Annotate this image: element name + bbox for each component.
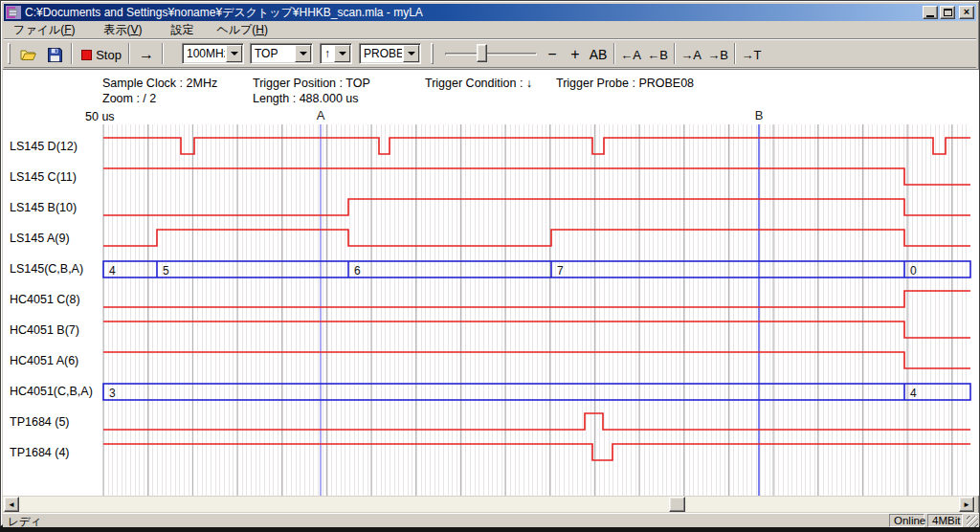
save-button[interactable] (42, 43, 67, 66)
chevron-down-icon[interactable] (226, 45, 242, 62)
close-icon: × (964, 7, 969, 17)
slider-track (445, 53, 537, 55)
waveform-trace (103, 444, 970, 460)
menu-file[interactable]: ファイル(F) (6, 21, 82, 40)
desktop: { "titlebar": { "title": "C:¥Documents a… (0, 0, 980, 532)
bus-value: 4 (910, 387, 917, 400)
cursor-a-label: A (317, 108, 325, 122)
trigger-probe-value: PROBE00 (360, 47, 402, 60)
trigger-edge-combo[interactable]: ↑ (320, 43, 352, 64)
app-window: C:¥Documents and Settings¥noname¥デスクトップ¥… (0, 0, 980, 526)
toolbar-separator (613, 43, 615, 64)
status-ready-text: レディ (8, 515, 41, 529)
chevron-down-icon[interactable] (334, 45, 350, 62)
waveform-trace (103, 413, 970, 430)
arrow-left-icon: ◄ (8, 500, 15, 509)
bus-value: 7 (557, 264, 564, 277)
close-button[interactable]: × (959, 6, 974, 19)
slider-handle[interactable] (477, 44, 487, 62)
zoom-slider[interactable] (445, 43, 537, 64)
menu-help[interactable]: ヘルプ(H) (209, 21, 276, 40)
waveform-trace (103, 199, 970, 215)
set-cursor-b-button[interactable]: →B (704, 43, 731, 66)
bus-box (103, 384, 970, 400)
stop-icon (81, 50, 92, 60)
horizontal-scrollbar[interactable]: ◄ ► (3, 497, 975, 512)
waveform-trace (103, 291, 970, 307)
minimize-button[interactable] (923, 6, 938, 19)
goto-cursor-b-button[interactable]: ←B (644, 43, 671, 66)
trigger-position-combo[interactable]: TOP (250, 43, 313, 64)
run-arrow-icon: → (139, 46, 154, 63)
run-button[interactable]: → (134, 43, 159, 66)
set-cursor-a-button[interactable]: →A (678, 43, 704, 66)
trigger-position-value: TOP (251, 47, 294, 60)
bus-value: 5 (163, 264, 169, 277)
trigger-edge-value: ↑ (321, 47, 333, 60)
toolbar-separator (734, 43, 736, 64)
menu-bar: ファイル(F) 表示(V) 設定 ヘルプ(H) (4, 22, 976, 39)
stop-label: Stop (96, 48, 122, 62)
maximize-button[interactable] (940, 6, 955, 19)
toolbar: Stop → 100MHz TOP ↑ PROBE00 − + AB ←A (4, 40, 976, 68)
maximize-icon (944, 9, 952, 16)
zoom-ab-button[interactable]: AB (586, 43, 611, 66)
minimize-icon (926, 15, 934, 17)
bus-value: 4 (109, 264, 116, 277)
toolbar-grip[interactable] (431, 43, 434, 64)
app-icon (6, 6, 21, 19)
scroll-right-button[interactable]: ► (959, 497, 974, 512)
waveform-client-area: Sample Clock : 2MHz Trigger Position : T… (3, 69, 979, 496)
waveform-trace (103, 230, 970, 246)
stop-button[interactable]: Stop (77, 43, 126, 66)
status-online-badge: Online (889, 514, 924, 527)
chevron-down-icon[interactable] (295, 45, 311, 62)
waveform-trace (103, 352, 970, 368)
goto-cursor-a-button[interactable]: ←A (617, 43, 644, 66)
toolbar-separator (71, 43, 73, 64)
folder-open-icon (20, 49, 36, 61)
menu-settings[interactable]: 設定 (163, 21, 201, 40)
arrow-right-icon: ► (963, 500, 970, 509)
goto-trigger-button[interactable]: →T (738, 43, 765, 66)
sample-clock-combo[interactable]: 100MHz (182, 43, 244, 64)
chevron-down-icon[interactable] (403, 45, 419, 62)
toolbar-grip[interactable] (8, 43, 11, 64)
cursor-b-label: B (755, 108, 764, 122)
resize-grip[interactable] (967, 516, 978, 527)
sample-clock-value: 100MHz (183, 47, 225, 60)
save-floppy-icon (48, 48, 62, 62)
status-bar: レディ Online 4MBit (3, 513, 979, 527)
waveform-trace (103, 168, 970, 185)
waveform-plot[interactable]: AB4567034 (3, 70, 979, 496)
waveform-trace (103, 138, 970, 154)
bus-box (103, 261, 970, 277)
zoom-out-button[interactable]: − (542, 43, 563, 66)
window-title: C:¥Documents and Settings¥noname¥デスクトップ¥… (25, 5, 923, 21)
status-memory-badge: 4MBit (927, 514, 963, 527)
toolbar-separator (674, 43, 676, 64)
scroll-left-button[interactable]: ◄ (4, 497, 19, 512)
zoom-in-button[interactable]: + (565, 43, 586, 66)
open-file-button[interactable] (15, 43, 40, 66)
menu-view[interactable]: 表示(V) (96, 21, 149, 40)
toolbar-separator (128, 43, 130, 64)
bus-value: 0 (910, 264, 917, 277)
toolbar-separator (162, 43, 164, 64)
scrollbar-thumb[interactable] (669, 497, 685, 512)
waveform-trace (103, 321, 970, 338)
trigger-probe-combo[interactable]: PROBE00 (359, 43, 421, 64)
bus-value: 6 (354, 264, 361, 277)
bus-value: 3 (109, 387, 116, 400)
title-bar[interactable]: C:¥Documents and Settings¥noname¥デスクトップ¥… (4, 4, 976, 21)
